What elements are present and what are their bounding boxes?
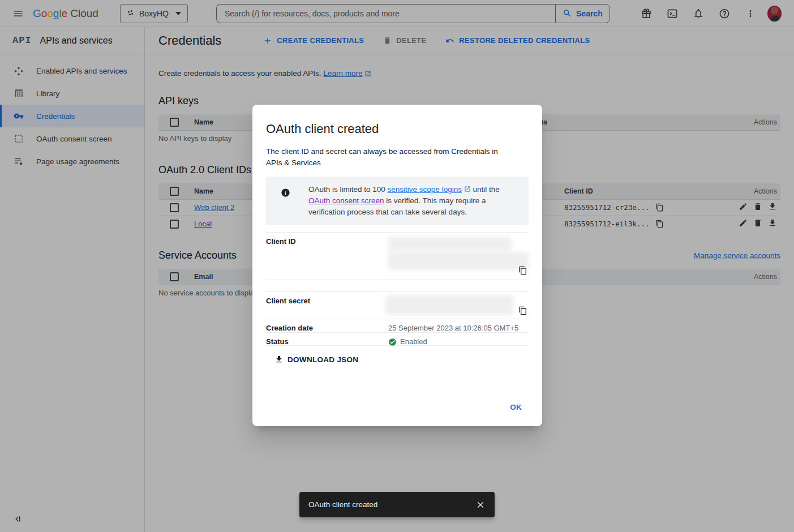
info-icon [281, 188, 290, 198]
status-label: Status [266, 333, 388, 345]
notice-text: OAuth is limited to 100 sensitive scope … [308, 184, 520, 218]
creation-date-label: Creation date [266, 319, 388, 332]
status-value: Enabled [400, 337, 427, 346]
field-spacer [266, 280, 529, 291]
snackbar-message: OAuth client created [308, 500, 475, 509]
client-secret-row: Client secret [266, 291, 529, 319]
client-id-label: Client ID [266, 233, 388, 280]
verification-notice: OAuth is limited to 100 sensitive scope … [266, 177, 529, 225]
dialog-title: OAuth client created [266, 122, 529, 136]
redacted-client-secret [385, 295, 513, 315]
copy-icon[interactable] [518, 266, 527, 275]
external-link-icon [464, 186, 471, 192]
copy-icon[interactable] [518, 306, 527, 315]
download-json-button[interactable]: DOWNLOAD JSON [273, 353, 359, 366]
creation-date-row: Creation date 25 September 2023 at 10:26… [266, 319, 529, 332]
status-row: Status Enabled [266, 332, 529, 346]
redacted-client-id [388, 237, 512, 251]
notice-pre: OAuth is limited to 100 [308, 185, 388, 194]
check-circle-icon [388, 338, 397, 346]
sensitive-scope-logins-link[interactable]: sensitive scope logins [388, 185, 462, 194]
ok-button[interactable]: OK [504, 400, 527, 415]
close-icon[interactable] [475, 500, 486, 510]
redacted-client-id [388, 252, 529, 270]
client-id-row: Client ID [266, 232, 529, 280]
creation-date-value: 25 September 2023 at 10:26:05 GMT+5 [388, 319, 518, 332]
dialog-subtitle: The client ID and secret can always be a… [266, 146, 515, 169]
download-icon [274, 355, 284, 364]
snackbar: OAuth client created [299, 492, 495, 517]
oauth-client-created-dialog: OAuth client created The client ID and s… [252, 105, 542, 426]
download-json-label: DOWNLOAD JSON [287, 355, 358, 364]
notice-mid: until the [471, 185, 500, 194]
oauth-consent-screen-link[interactable]: OAuth consent screen [308, 196, 384, 205]
client-secret-label: Client secret [266, 292, 388, 319]
